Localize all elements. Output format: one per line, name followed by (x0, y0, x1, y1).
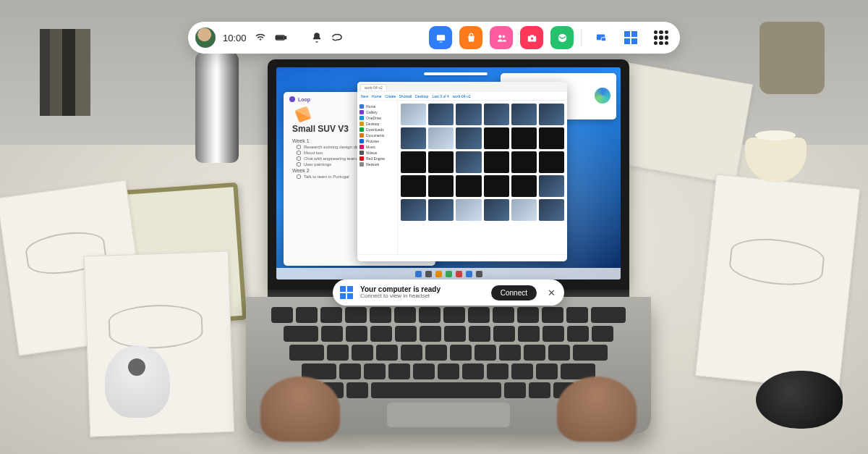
sketch-paper (695, 174, 860, 390)
explorer-titlebar[interactable]: work-04-v2 (357, 82, 567, 92)
camera-app-icon[interactable] (520, 26, 543, 49)
separator (581, 29, 582, 46)
taskbar-app-icon[interactable] (476, 271, 482, 277)
cast-screen-icon[interactable] (589, 26, 612, 49)
explorer-statusbar (357, 254, 567, 261)
taskbar-app-icon[interactable] (456, 271, 462, 277)
browser-logo-icon (595, 88, 610, 104)
bookshelf-books (40, 29, 90, 116)
explorer-sidebar[interactable]: Home Gallery OneDrive Desktop Downloads … (357, 101, 398, 254)
taskbar-app-icon[interactable] (466, 271, 472, 277)
windows-taskbar[interactable] (276, 268, 621, 279)
start-icon[interactable] (415, 271, 422, 277)
notifications-icon[interactable] (310, 31, 323, 44)
tv-app-icon[interactable] (429, 26, 452, 49)
window-drag-handle[interactable] (424, 72, 488, 75)
browser-app-icon[interactable] (550, 26, 574, 49)
user-hand (260, 377, 340, 442)
vr-system-bar: 10:00 (188, 22, 680, 54)
windows-icon[interactable] (619, 26, 642, 49)
taskbar-app-icon[interactable] (435, 271, 442, 277)
stone (756, 371, 843, 429)
explorer-tab[interactable]: work-04-v2 (360, 84, 387, 91)
svg-rect-4 (439, 41, 442, 42)
taskbar-app-icon[interactable] (446, 271, 452, 277)
pencil-cup (760, 22, 825, 94)
svg-point-7 (530, 37, 533, 40)
svg-rect-10 (601, 37, 605, 41)
explorer-toolbar[interactable]: New Home Create · Showall Desktop Last 3… (357, 92, 567, 101)
laptop: Loop Small SUV V3 Week 1 Research existi… (268, 59, 629, 434)
notification-subtitle: Connect to view in headset (360, 293, 484, 299)
battery-icon[interactable] (274, 31, 287, 44)
headset-icon[interactable] (331, 31, 344, 44)
file-explorer-window[interactable]: work-04-v2 New Home Create · Showall Des… (357, 82, 567, 261)
taskbar-app-icon[interactable] (425, 271, 432, 277)
laptop-keyboard (246, 297, 651, 434)
svg-rect-3 (436, 35, 444, 41)
svg-rect-2 (276, 37, 283, 39)
people-app-icon[interactable] (490, 26, 513, 49)
store-app-icon[interactable] (459, 26, 482, 49)
thermos (195, 51, 239, 163)
mixed-reality-scene: Loop Small SUV V3 Week 1 Research existi… (0, 0, 868, 454)
user-avatar[interactable] (195, 28, 216, 48)
wifi-icon[interactable] (254, 31, 267, 44)
laptop-bezel: Loop Small SUV V3 Week 1 Research existi… (268, 59, 629, 290)
pencil-icon (294, 106, 311, 122)
trackpad (387, 403, 510, 427)
clock: 10:00 (223, 33, 247, 43)
vr-controller (105, 345, 170, 418)
laptop-screen: Loop Small SUV V3 Week 1 Research existi… (276, 67, 621, 279)
user-hand (557, 377, 637, 442)
windows-icon (340, 286, 353, 299)
connect-notification: Your computer is ready Connect to view i… (333, 279, 564, 306)
all-apps-icon[interactable] (650, 26, 673, 49)
svg-point-6 (502, 35, 505, 38)
svg-point-5 (498, 35, 501, 38)
connect-button[interactable]: Connect (491, 285, 537, 300)
explorer-thumbnails[interactable] (398, 101, 567, 254)
close-icon[interactable]: ✕ (544, 285, 558, 300)
svg-rect-1 (285, 37, 286, 39)
